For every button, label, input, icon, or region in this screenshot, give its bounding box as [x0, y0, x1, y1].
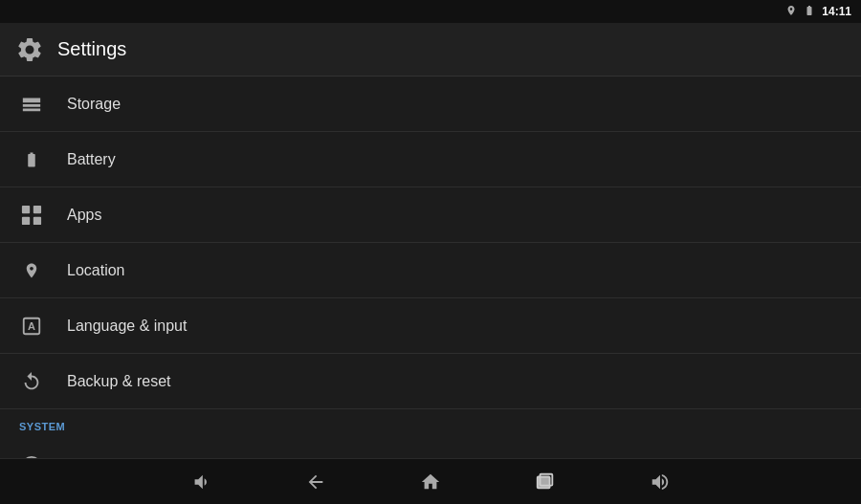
- sidebar-item-apps[interactable]: Apps: [0, 187, 861, 243]
- nav-bar: [0, 458, 861, 504]
- settings-title-icon: [15, 35, 44, 64]
- backup-icon: [19, 369, 44, 394]
- location-status-icon: [785, 5, 797, 18]
- svg-text:A: A: [28, 319, 35, 331]
- apps-icon: [19, 203, 44, 228]
- backup-label: Backup & reset: [67, 373, 171, 390]
- sidebar-item-battery[interactable]: Battery: [0, 132, 861, 187]
- language-label: Language & input: [67, 318, 187, 335]
- page-title: Settings: [57, 38, 126, 60]
- sidebar-item-backup[interactable]: Backup & reset: [0, 354, 861, 409]
- svg-rect-0: [22, 205, 30, 212]
- storage-label: Storage: [67, 96, 121, 113]
- sidebar-item-datetime[interactable]: Date & time: [0, 438, 861, 458]
- battery-label: Battery: [67, 151, 116, 168]
- settings-list: Storage Battery Apps Location: [0, 77, 861, 458]
- apps-label: Apps: [67, 207, 101, 224]
- svg-rect-1: [33, 205, 41, 212]
- language-icon: A: [19, 314, 44, 339]
- svg-rect-3: [33, 216, 41, 224]
- battery-status-icon: [803, 5, 816, 18]
- battery-icon: [19, 147, 44, 172]
- clock: 14:11: [822, 5, 851, 18]
- back-button[interactable]: [297, 463, 335, 501]
- storage-icon: [19, 92, 44, 117]
- sidebar-item-storage[interactable]: Storage: [0, 77, 861, 132]
- title-bar: Settings: [0, 23, 861, 77]
- status-bar: 14:11: [0, 0, 861, 23]
- volume-down-button[interactable]: [182, 463, 220, 501]
- svg-rect-2: [22, 216, 30, 224]
- status-icons: 14:11: [785, 5, 851, 18]
- volume-up-button[interactable]: [641, 463, 679, 501]
- location-label: Location: [67, 262, 125, 279]
- sidebar-item-language[interactable]: A Language & input: [0, 298, 861, 354]
- location-icon: [19, 258, 44, 283]
- home-button[interactable]: [411, 463, 450, 501]
- sidebar-item-location[interactable]: Location: [0, 243, 861, 298]
- system-section-header: SYSTEM: [0, 409, 861, 438]
- recents-button[interactable]: [526, 463, 564, 501]
